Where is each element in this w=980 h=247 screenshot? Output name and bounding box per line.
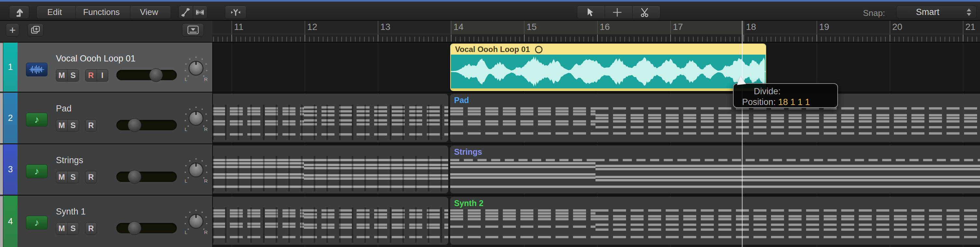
volume-slider-thumb[interactable] <box>128 170 142 183</box>
ruler-tick <box>250 37 250 41</box>
ruler-tick <box>903 37 904 41</box>
track-options-button[interactable] <box>182 23 204 37</box>
mute-button[interactable]: M <box>56 171 68 183</box>
track-header[interactable]: 1Vocal Oooh Loop 01MSRILR <box>0 43 212 92</box>
ruler-tick <box>661 37 662 41</box>
ruler-tick <box>675 37 675 41</box>
midi-region[interactable]: Pad <box>450 94 980 142</box>
ruler-bar-number: 21 <box>966 22 975 32</box>
ruler-tick <box>785 37 785 41</box>
track-gutter[interactable] <box>0 92 3 143</box>
menu-edit[interactable]: Edit <box>37 6 76 19</box>
crosshair-tool-button[interactable] <box>605 6 633 19</box>
ruler-tick <box>593 37 593 41</box>
midi-region[interactable] <box>212 197 448 245</box>
record-button[interactable]: R <box>86 171 97 183</box>
mute-button[interactable]: M <box>56 120 68 131</box>
ruler-tick <box>300 37 301 41</box>
solo-button[interactable]: S <box>68 120 79 131</box>
ruler-tick <box>263 37 264 41</box>
flex-button[interactable] <box>193 6 207 19</box>
volume-slider[interactable] <box>116 172 177 182</box>
solo-button[interactable]: S <box>68 70 79 81</box>
record-button[interactable]: R <box>86 120 97 131</box>
bar-ruler[interactable]: 1112131415161718192021 <box>212 21 980 43</box>
pan-knob-dot <box>185 217 186 218</box>
midi-region[interactable]: Synth 2 <box>450 197 980 245</box>
pan-knob-notch <box>195 112 197 115</box>
automation-button[interactable] <box>179 6 193 19</box>
volume-slider[interactable] <box>116 70 177 80</box>
midi-note-stripes <box>212 207 448 243</box>
volume-slider[interactable] <box>116 223 177 233</box>
ruler-tick <box>839 37 840 41</box>
track-header[interactable]: 2♪PadMSRLR <box>0 92 212 143</box>
ruler-tick <box>698 37 698 41</box>
midi-note-row <box>595 228 980 231</box>
track-header-toolbar: + <box>0 21 212 43</box>
audio-region[interactable]: Vocal Oooh Loop 01 <box>450 43 766 91</box>
track-color-strip: 2 <box>3 92 18 143</box>
track-header[interactable]: 4♪Synth 1MSRLR <box>0 196 212 247</box>
track-number: 1 <box>8 62 13 72</box>
mute-button[interactable]: M <box>56 223 68 234</box>
ruler-tick <box>826 37 826 41</box>
midi-region[interactable] <box>212 94 448 142</box>
ruler-tick <box>579 37 579 41</box>
ruler-tick <box>940 37 941 41</box>
ruler-tick <box>652 37 653 41</box>
add-track-button[interactable]: + <box>6 23 19 37</box>
input-monitor-button[interactable]: I <box>97 70 108 81</box>
menu-functions[interactable]: Functions <box>76 6 130 19</box>
ruler-tick <box>858 37 858 41</box>
mute-button[interactable]: M <box>56 70 68 81</box>
ruler-tick <box>405 37 406 41</box>
ruler-tick <box>515 37 515 41</box>
duplicate-track-button[interactable] <box>28 23 43 37</box>
track-header[interactable]: 3♪StringsMSRLR <box>0 144 212 195</box>
ruler-tick <box>762 37 762 41</box>
tooltip-position: Position: 18 1 1 1 <box>742 97 837 107</box>
ruler-tick <box>739 37 740 41</box>
menu-view-label: View <box>140 7 158 17</box>
volume-slider-thumb[interactable] <box>128 118 142 132</box>
volume-slider[interactable] <box>116 120 177 130</box>
ruler-seam <box>212 34 980 34</box>
ruler-tick <box>401 37 401 41</box>
snap-dropdown[interactable]: Smart <box>896 6 977 19</box>
ruler-tick <box>528 37 529 41</box>
tooltip-position-value: 18 1 1 1 <box>778 97 810 107</box>
menu-view[interactable]: View <box>130 6 171 19</box>
pointer-tool-button[interactable] <box>577 6 605 19</box>
ruler-tick <box>556 37 557 41</box>
back-arrow-button[interactable] <box>9 6 29 19</box>
solo-button[interactable]: S <box>68 171 79 183</box>
pan-knob-dot <box>188 75 189 77</box>
track-gutter[interactable] <box>0 196 3 247</box>
menu-functions-label: Functions <box>83 7 120 17</box>
track-gutter[interactable] <box>0 144 3 195</box>
midi-note-block <box>595 146 980 193</box>
record-button[interactable]: R <box>86 223 97 234</box>
midi-note-row <box>450 209 595 212</box>
catch-button[interactable] <box>225 6 247 19</box>
volume-slider-thumb[interactable] <box>128 222 142 235</box>
pan-knob-dot <box>195 107 197 108</box>
back-arrow-icon <box>14 7 25 18</box>
ruler-tick <box>492 37 493 41</box>
pan-knob-notch <box>195 163 197 167</box>
midi-note-row <box>450 123 595 126</box>
record-button[interactable]: R <box>86 70 97 81</box>
midi-note-row <box>450 226 595 228</box>
midi-region[interactable] <box>212 146 448 193</box>
arrange-lanes[interactable]: PadStringsSynth 2Vocal Oooh Loop 01 <box>212 43 980 247</box>
ruler-tick <box>497 37 497 41</box>
track-gutter[interactable] <box>0 43 3 92</box>
volume-slider-thumb[interactable] <box>149 68 163 82</box>
scissors-tool-button[interactable] <box>633 6 660 19</box>
ruler-tick <box>634 37 635 41</box>
midi-note-row <box>595 236 980 238</box>
midi-region[interactable]: Strings <box>450 146 980 193</box>
midi-note-row <box>450 132 595 135</box>
solo-button[interactable]: S <box>68 223 79 234</box>
